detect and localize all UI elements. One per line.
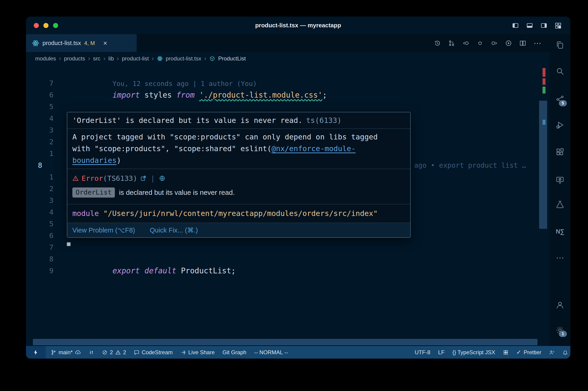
warning-count: 2: [123, 349, 126, 356]
hover-error-row: Error(TS6133) |: [67, 169, 410, 184]
vertical-scrollbar[interactable]: [539, 101, 547, 229]
additional-views-icon[interactable]: ⋯: [555, 253, 565, 263]
accounts-icon[interactable]: [555, 300, 565, 310]
activity-bar: 5 N∑ ⋯ 1: [550, 34, 570, 346]
customize-layout-icon[interactable]: [555, 22, 562, 29]
line-number: 4: [26, 206, 54, 218]
hover-action-bar: View Problem (⌥F8) Quick Fix... (⌘.): [67, 223, 410, 237]
code-editor[interactable]: 7 6 5 4 3 2 1 8 1 2 3 4 5 6 7 8 9 You, 1…: [26, 65, 550, 346]
vim-mode-label: -- NORMAL --: [254, 349, 288, 356]
rule-link[interactable]: boundaries: [72, 156, 117, 165]
source-control-icon[interactable]: 5: [555, 95, 565, 104]
line-number: 2: [26, 183, 54, 195]
encoding-status[interactable]: UTF-8: [415, 349, 430, 356]
toggle-panel-icon[interactable]: [526, 22, 533, 29]
tab-product-list[interactable]: product-list.tsx 4, M ×: [26, 34, 137, 52]
run-debug-icon[interactable]: [555, 120, 565, 130]
compare-icon: [89, 350, 94, 355]
breadcrumb-separator: ›: [117, 55, 119, 62]
code-line-import-orders[interactable]: import { OrderList } from '@myreactapp/m…: [67, 101, 367, 112]
vim-mode-status[interactable]: -- NORMAL --: [254, 349, 288, 356]
explorer-icon[interactable]: [555, 40, 565, 50]
token-keyword: from: [176, 91, 194, 99]
rule-link[interactable]: @nx/enforce-module-: [271, 144, 355, 153]
next-change-icon[interactable]: [491, 40, 498, 47]
toggle-sidebar-icon[interactable]: [512, 22, 519, 29]
toggle-secondary-sidebar-icon[interactable]: [540, 22, 547, 29]
notifications-status[interactable]: [563, 350, 568, 355]
split-editor-icon[interactable]: [519, 40, 526, 47]
breadcrumb-item-modules[interactable]: modules: [35, 55, 56, 62]
compare-status[interactable]: [89, 350, 94, 355]
breadcrumb-separator: ›: [204, 55, 206, 62]
settings-gear-icon[interactable]: 1: [555, 325, 565, 335]
code-line-export-default[interactable]: export default ProductList;: [67, 253, 236, 265]
testing-beaker-icon[interactable]: [555, 199, 565, 209]
problems-status[interactable]: 2 2: [102, 349, 126, 356]
run-file-icon[interactable]: [505, 40, 512, 47]
previous-change-icon[interactable]: [462, 40, 469, 47]
rule-text: with "scope:products", "scope:shared" es…: [72, 144, 271, 153]
token-space: [194, 91, 199, 99]
pull-request-icon[interactable]: [448, 40, 455, 47]
error-label: Error: [82, 174, 103, 182]
grid-icon: [503, 350, 508, 355]
horizontal-scrollbar[interactable]: [33, 339, 537, 345]
extension-grid-status[interactable]: [503, 350, 508, 355]
extensions-icon[interactable]: [555, 147, 565, 157]
status-bar: main* 2 2 CodeStream Live Share: [26, 346, 570, 359]
nx-console-icon[interactable]: N∑: [555, 226, 565, 237]
breadcrumb-item-lib[interactable]: lib: [108, 55, 114, 62]
prettier-status[interactable]: ✓ Prettier: [516, 349, 541, 356]
minimize-window-button[interactable]: [43, 23, 48, 28]
settings-badge: 1: [559, 331, 567, 337]
code-line-import-styles[interactable]: import styles from './product-list.modul…: [67, 77, 327, 89]
codestream-status[interactable]: CodeStream: [134, 349, 173, 356]
warnings-icon: [115, 350, 121, 355]
live-share-status[interactable]: Live Share: [180, 349, 215, 356]
git-graph-status[interactable]: Git Graph: [223, 349, 247, 356]
close-window-button[interactable]: [34, 23, 39, 28]
branch-status[interactable]: main*: [51, 349, 81, 356]
hover-resize-handle[interactable]: [67, 242, 71, 246]
rule-text: ): [117, 156, 121, 165]
quick-fix-action[interactable]: Quick Fix... (⌘.): [150, 226, 198, 235]
remote-explorer-icon[interactable]: [555, 175, 565, 185]
breadcrumb-item-file[interactable]: product-list.tsx: [166, 55, 201, 62]
breadcrumb-separator: ›: [152, 55, 154, 62]
change-marker-icon[interactable]: [477, 40, 484, 47]
tab-modified-badge: 4, M: [84, 40, 95, 46]
errors-icon: [102, 350, 107, 355]
token-punctuation: ;: [323, 91, 327, 99]
globe-icon[interactable]: [159, 175, 165, 182]
language-mode-status[interactable]: {} TypeScript JSX: [452, 349, 495, 356]
tab-label: product-list.tsx: [42, 39, 81, 47]
tab-close-icon[interactable]: ×: [103, 39, 107, 47]
token-string: './product-list.module.css': [199, 91, 322, 99]
line-number: 6: [26, 230, 54, 241]
more-actions-icon[interactable]: ⋯: [534, 40, 541, 47]
react-icon: [157, 56, 163, 62]
breadcrumb-item-product-list[interactable]: product-list: [122, 55, 149, 62]
line-number: 7: [26, 77, 54, 89]
feedback-status[interactable]: [549, 350, 555, 355]
zoom-window-button[interactable]: [53, 23, 58, 28]
view-problem-action[interactable]: View Problem (⌥F8): [72, 226, 135, 235]
minimap-marker-deleted: [543, 68, 546, 77]
line-number: 2: [26, 136, 54, 148]
eol-status[interactable]: LF: [438, 349, 445, 356]
breadcrumb-item-symbol[interactable]: ProductList: [218, 55, 246, 62]
diagnostic-message: 'OrderList' is declared but its value is…: [72, 116, 303, 125]
timeline-history-icon[interactable]: [434, 40, 441, 47]
breadcrumb-separator: ›: [59, 55, 61, 62]
breadcrumb-item-products[interactable]: products: [64, 55, 85, 62]
breadcrumb-separator: ›: [103, 55, 105, 62]
feedback-person-icon: [549, 350, 555, 355]
rule-text-line: A project tagged with "scope:products" c…: [72, 131, 405, 143]
breadcrumb-item-src[interactable]: src: [93, 55, 100, 62]
external-link-icon[interactable]: [140, 175, 147, 182]
title-bar: product-list.tsx — myreactapp: [26, 16, 570, 34]
editor-actions: ⋯: [434, 34, 541, 52]
search-icon[interactable]: [555, 66, 565, 76]
remote-indicator[interactable]: [26, 346, 46, 359]
